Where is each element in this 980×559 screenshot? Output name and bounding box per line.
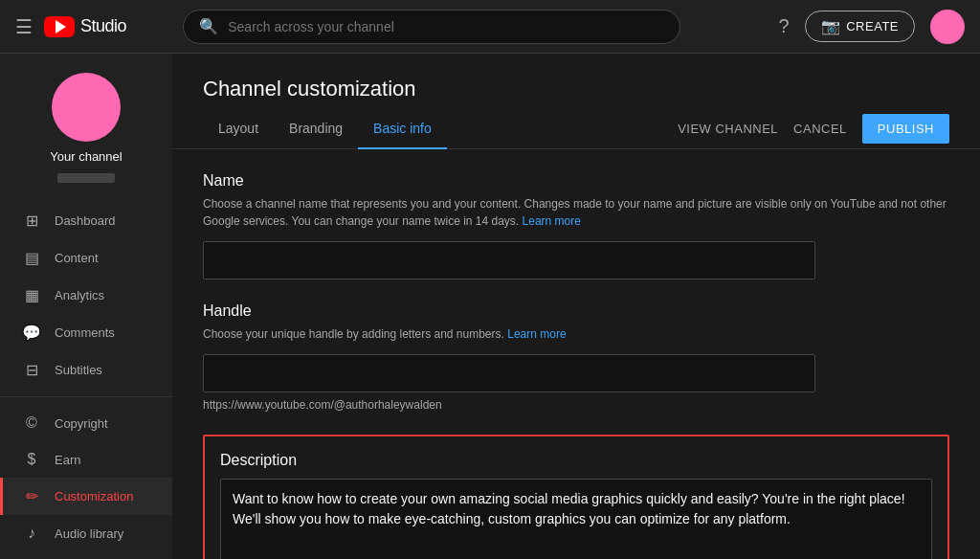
- view-channel-button[interactable]: VIEW CHANNEL: [678, 122, 778, 136]
- channel-name-bar: [57, 173, 115, 183]
- sidebar-item-content[interactable]: ▤ Content: [0, 239, 172, 277]
- sidebar-item-subtitles[interactable]: ⊟ Subtitles: [0, 351, 172, 389]
- menu-icon[interactable]: ☰: [15, 15, 33, 38]
- tabs-actions: VIEW CHANNEL CANCEL PUBLISH: [678, 114, 949, 144]
- sidebar-label-subtitles: Subtitles: [55, 363, 102, 377]
- user-avatar[interactable]: [930, 10, 965, 44]
- form-content: Name Choose a channel name that represen…: [172, 149, 980, 559]
- subtitles-icon: ⊟: [22, 361, 41, 379]
- name-learn-more-link[interactable]: Learn more: [523, 214, 581, 228]
- logo[interactable]: Studio: [44, 16, 126, 37]
- page-title: Channel customization: [203, 77, 416, 101]
- youtube-icon: [44, 16, 75, 37]
- sidebar-item-comments[interactable]: 💬 Comments: [0, 314, 172, 351]
- dashboard-icon: ⊞: [22, 212, 41, 230]
- tabs-bar: Layout Branding Basic info VIEW CHANNEL …: [172, 109, 980, 149]
- main-content: Channel customization Layout Branding Ba…: [172, 54, 980, 559]
- sidebar-divider: [0, 396, 172, 397]
- sidebar-item-earn[interactable]: $ Earn: [0, 441, 172, 478]
- comments-icon: 💬: [22, 324, 41, 342]
- handle-input[interactable]: [203, 354, 815, 392]
- top-navigation: ☰ Studio 🔍 ? 📷 CREATE: [0, 0, 980, 54]
- earn-icon: $: [22, 451, 41, 468]
- app-body: Your channel ⊞ Dashboard ▤ Content ▦ Ana…: [0, 54, 980, 559]
- create-label: CREATE: [846, 19, 899, 34]
- nav-left: ☰ Studio: [15, 15, 126, 38]
- name-title: Name: [203, 172, 949, 190]
- audio-library-icon: ♪: [22, 525, 41, 542]
- sidebar-label-comments: Comments: [55, 325, 115, 340]
- name-section: Name Choose a channel name that represen…: [203, 172, 949, 280]
- publish-button[interactable]: PUBLISH: [862, 114, 949, 144]
- sidebar-label-earn: Earn: [55, 453, 80, 467]
- cancel-button[interactable]: CANCEL: [793, 122, 847, 136]
- sidebar-navigation: ⊞ Dashboard ▤ Content ▦ Analytics 💬 Comm…: [0, 202, 172, 559]
- search-bar[interactable]: 🔍: [183, 10, 680, 44]
- sidebar-label-customization: Customization: [55, 489, 133, 503]
- tab-layout[interactable]: Layout: [203, 109, 274, 149]
- help-icon[interactable]: ?: [779, 15, 790, 37]
- sidebar-item-copyright[interactable]: © Copyright: [0, 405, 172, 441]
- search-input[interactable]: [228, 19, 664, 34]
- sidebar-item-analytics[interactable]: ▦ Analytics: [0, 277, 172, 314]
- sidebar-item-customization[interactable]: ✏ Customization: [0, 478, 172, 515]
- create-button[interactable]: 📷 CREATE: [805, 11, 915, 42]
- sidebar-label-copyright: Copyright: [55, 416, 108, 431]
- search-icon: 🔍: [199, 17, 218, 35]
- copyright-icon: ©: [22, 414, 41, 432]
- description-section: Description Want to know how to create y…: [203, 435, 949, 559]
- channel-info: Your channel: [0, 54, 172, 194]
- camera-icon: 📷: [821, 17, 841, 35]
- channel-avatar[interactable]: [52, 73, 121, 142]
- play-triangle: [56, 20, 66, 34]
- sidebar: Your channel ⊞ Dashboard ▤ Content ▦ Ana…: [0, 54, 172, 559]
- sidebar-item-audio-library[interactable]: ♪ Audio library: [0, 515, 172, 551]
- handle-learn-more-link[interactable]: Learn more: [507, 327, 566, 341]
- name-description: Choose a channel name that represents yo…: [203, 195, 949, 230]
- tab-basic-info[interactable]: Basic info: [358, 109, 447, 149]
- tabs-left: Layout Branding Basic info: [203, 109, 447, 148]
- handle-description: Choose your unique handle by adding lett…: [203, 325, 949, 343]
- handle-url: https://www.youtube.com/@authorhaleywald…: [203, 398, 949, 412]
- name-input[interactable]: [203, 241, 815, 280]
- page-header: Channel customization: [172, 54, 980, 101]
- description-textarea[interactable]: Want to know how to create your own amaz…: [220, 479, 932, 559]
- nav-right: ? 📷 CREATE: [779, 10, 965, 44]
- sidebar-label-audio-library: Audio library: [55, 526, 123, 541]
- channel-name: Your channel: [50, 149, 122, 164]
- handle-section: Handle Choose your unique handle by addi…: [203, 302, 949, 412]
- analytics-icon: ▦: [22, 286, 41, 304]
- sidebar-label-dashboard: Dashboard: [55, 213, 116, 228]
- handle-title: Handle: [203, 302, 949, 320]
- content-icon: ▤: [22, 249, 41, 267]
- tab-branding[interactable]: Branding: [274, 109, 358, 149]
- customization-icon: ✏: [22, 487, 41, 505]
- studio-logo-text: Studio: [80, 16, 126, 36]
- sidebar-label-analytics: Analytics: [55, 288, 104, 302]
- description-title: Description: [220, 452, 932, 469]
- sidebar-item-dashboard[interactable]: ⊞ Dashboard: [0, 202, 172, 239]
- sidebar-label-content: Content: [55, 251, 99, 265]
